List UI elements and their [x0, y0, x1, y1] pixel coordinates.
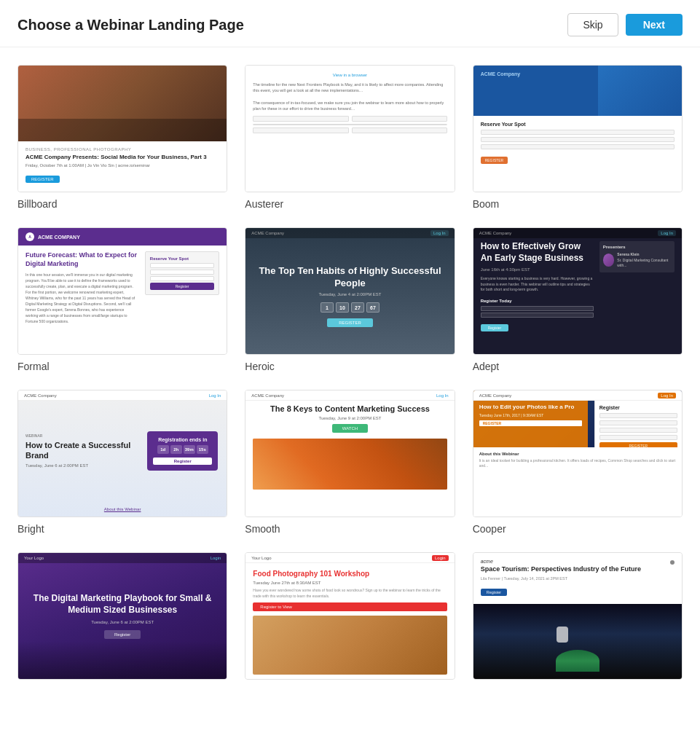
template-thumb-row4-right: acme Space Tourism: Perspectives Industr…: [473, 552, 683, 680]
row4-mid-login: Login: [432, 555, 449, 561]
next-button[interactable]: Next: [626, 14, 683, 36]
bright-label: Webinar: [25, 433, 131, 438]
row4-right-dot: [670, 560, 675, 565]
heroic-company: ACME Company: [251, 231, 284, 235]
billboard-sub: Friday, October 7th at 1:00AM | Jo Vin V…: [25, 163, 219, 168]
skip-button[interactable]: Skip: [567, 13, 618, 36]
template-card-austerer[interactable]: View in a browser The timeline for the n…: [245, 65, 455, 210]
row4-right-btn: Register: [481, 589, 507, 596]
template-label-formal: Formal: [17, 361, 227, 372]
cooper-form-btn: REGISTER: [599, 442, 677, 447]
formal-cta-title: Reserve Your Spot: [150, 256, 215, 261]
template-card-bright[interactable]: ACME Company Log In Webinar How to Creat…: [17, 390, 227, 535]
template-card-smooth[interactable]: ACME Company Log In The 8 Keys to Conten…: [245, 390, 455, 535]
heroic-timer: 1 10 27 67: [320, 302, 380, 313]
adept-register: Register Today: [481, 299, 594, 303]
formal-company: ACME COMPANY: [38, 235, 80, 240]
cooper-btn: REGISTER: [479, 420, 582, 426]
heroic-date: Tuesday, June 4 at 2:00PM EST: [318, 292, 381, 297]
template-label-adept: Adept: [473, 361, 683, 372]
row4-left-logo: Your Logo: [24, 556, 44, 560]
adept-input-2: [481, 313, 594, 318]
template-thumb-heroic: ACME Company Log In The Top Ten Habits o…: [245, 227, 455, 355]
heroic-title: The Top Ten Habits of Highly Successful …: [253, 265, 447, 290]
page-header: Choose a Webinar Landing Page Skip Next: [0, 0, 700, 47]
row4-right-logo: acme: [481, 559, 675, 564]
adept-title: How to Effectively Grow An Early Stage B…: [481, 241, 594, 264]
adept-presenters-title: Presenters: [603, 245, 671, 249]
template-thumb-billboard: BUSINESS, PROFESSIONAL PHOTOGRAPHY ACME …: [17, 65, 227, 192]
template-card-row4-left[interactable]: Your Logo Login The Digital Marketing Pl…: [17, 552, 227, 686]
template-card-heroic[interactable]: ACME Company Log In The Top Ten Habits o…: [245, 227, 455, 372]
template-label-bright: Bright: [17, 523, 227, 535]
template-card-adept[interactable]: ACME Company Log In How to Effectively G…: [473, 227, 683, 372]
row4-right-author: Lila Fenner | Tuesday, July 14, 2021 at …: [481, 576, 675, 581]
row4-mid-logo: Your Logo: [251, 556, 271, 560]
row4-left-btn: Register: [104, 630, 141, 639]
austerer-firstname: [253, 116, 348, 122]
template-thumb-row4-left: Your Logo Login The Digital Marketing Pl…: [17, 552, 227, 680]
adept-input-1: [481, 306, 594, 311]
billboard-tag: BUSINESS, PROFESSIONAL PHOTOGRAPHY: [25, 147, 219, 152]
bright-date: Tuesday, June 6 at 2:00PM EST: [25, 463, 131, 468]
bright-title: How to Create a Successful Brand: [25, 440, 131, 461]
row4-mid-image: [253, 616, 447, 675]
bright-card-title: Registration ends in: [153, 437, 212, 442]
smooth-btn: WATCH: [332, 424, 368, 433]
template-label-heroic: Heroic: [245, 361, 455, 372]
austerer-lastname: [352, 116, 447, 122]
formal-cta-field-2: [150, 270, 215, 275]
adept-login: Log In: [658, 230, 676, 236]
formal-logo: A: [25, 232, 34, 241]
cooper-form-field-1: [599, 413, 677, 418]
adept-date: June 16th at 4:30pm EST: [481, 267, 594, 272]
template-card-cooper[interactable]: ACME Company Log In How to Edit your Pho…: [473, 390, 683, 535]
row4-right-image: [473, 604, 682, 679]
row4-right-title: Space Tourism: Perspectives Industry of …: [481, 565, 675, 574]
cooper-about: About this Webinar: [479, 452, 676, 456]
austerer-industry: [352, 127, 447, 133]
template-thumb-bright: ACME Company Log In Webinar How to Creat…: [17, 390, 227, 517]
austerer-company: [253, 127, 348, 133]
row4-mid-title: Food Photography 101 Workshop: [253, 569, 447, 578]
adept-text: Everyone knows starting a business is ve…: [481, 276, 594, 293]
cooper-text: It is an ideal toolset for building a pr…: [479, 458, 676, 469]
cooper-company: ACME Company: [479, 393, 512, 398]
formal-cta-field-3: [150, 276, 215, 281]
austerer-email: [253, 124, 447, 125]
cooper-form-field-4: [599, 435, 677, 440]
template-card-billboard[interactable]: BUSINESS, PROFESSIONAL PHOTOGRAPHY ACME …: [17, 65, 227, 210]
template-card-row4-right[interactable]: acme Space Tourism: Perspectives Industr…: [473, 552, 683, 686]
template-thumb-cooper: ACME Company Log In How to Edit your Pho…: [473, 390, 683, 517]
adept-presenter-avatar: [603, 254, 615, 267]
template-thumb-adept: ACME Company Log In How to Effectively G…: [473, 227, 683, 355]
smooth-image: [253, 439, 447, 490]
template-thumb-smooth: ACME Company Log In The 8 Keys to Conten…: [245, 390, 455, 517]
billboard-btn: REGISTER: [25, 176, 60, 183]
template-label-cooper: Cooper: [473, 523, 683, 535]
row4-mid-text: Have you ever wondered how some shots of…: [253, 588, 447, 599]
bright-timer: 1d 2h 39m 15s: [153, 445, 212, 454]
bright-company: ACME Company: [24, 393, 57, 398]
template-card-boom[interactable]: ACME Company Reserve Your Spot REGISTER …: [473, 65, 683, 210]
template-card-row4-mid[interactable]: Your Logo Login Food Photography 101 Wor…: [245, 552, 455, 686]
row4-left-date: Tuesday, June 6 at 2:00PM EST: [91, 620, 154, 624]
formal-text: In this one hour session, we'll immerse …: [25, 272, 138, 324]
boom-field-1: [481, 130, 675, 135]
cooper-form-field-2: [599, 420, 677, 425]
row4-mid-btn: Register to View: [253, 602, 447, 611]
template-thumb-row4-mid: Your Logo Login Food Photography 101 Wor…: [245, 552, 455, 680]
bright-about: About this Webinar: [104, 507, 141, 511]
boom-btn: REGISTER: [481, 157, 508, 164]
austerer-link: View in a browser: [253, 73, 447, 77]
bright-register-btn: Register: [153, 458, 212, 465]
template-card-formal[interactable]: A ACME COMPANY Future Forecast: What to …: [17, 227, 227, 372]
bright-login: Log In: [209, 393, 221, 398]
boom-field-2: [481, 137, 675, 142]
cooper-title: How to Edit your Photos like a Pro: [479, 404, 582, 411]
cooper-form-title: Register: [599, 405, 677, 410]
header-actions: Skip Next: [567, 13, 683, 36]
template-thumb-formal: A ACME COMPANY Future Forecast: What to …: [17, 227, 227, 355]
adept-company: ACME Company: [479, 231, 512, 235]
boom-field-3: [481, 144, 675, 149]
